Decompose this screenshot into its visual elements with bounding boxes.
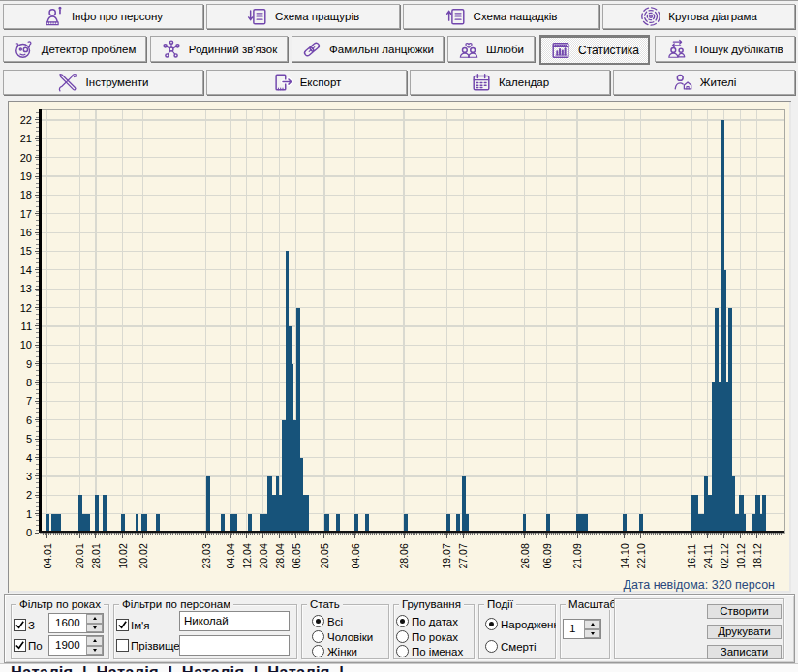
svg-text:13: 13 [20, 283, 32, 294]
svg-text:23.03: 23.03 [200, 543, 212, 568]
svg-text:6: 6 [26, 414, 32, 426]
svg-text:27.07: 27.07 [457, 543, 469, 568]
svg-text:24.11: 24.11 [702, 544, 714, 569]
svg-text:22.10: 22.10 [635, 543, 647, 568]
svg-text:04.06: 04.06 [350, 543, 361, 568]
svg-text:4: 4 [26, 452, 32, 464]
svg-text:5: 5 [26, 433, 32, 444]
svg-text:19: 19 [20, 170, 32, 182]
svg-text:20.05: 20.05 [319, 543, 330, 568]
svg-text:04.01: 04.01 [42, 543, 53, 568]
svg-text:28.06: 28.06 [398, 543, 410, 568]
svg-text:20.01: 20.01 [74, 543, 85, 568]
svg-text:7: 7 [26, 395, 32, 407]
svg-text:21: 21 [20, 133, 32, 144]
svg-text:10.12: 10.12 [735, 543, 747, 568]
svg-text:28.04: 28.04 [274, 543, 286, 568]
svg-text:14.10: 14.10 [619, 543, 630, 568]
svg-text:26.08: 26.08 [519, 543, 531, 568]
svg-text:16.11: 16.11 [686, 544, 697, 569]
svg-text:18.12: 18.12 [752, 543, 763, 568]
svg-text:9: 9 [26, 358, 32, 370]
svg-text:17: 17 [20, 208, 32, 220]
svg-text:2: 2 [26, 489, 32, 501]
svg-text:28.01: 28.01 [90, 543, 102, 568]
svg-text:02.12: 02.12 [719, 543, 730, 568]
svg-text:15: 15 [20, 245, 32, 257]
svg-text:11: 11 [21, 321, 32, 332]
svg-text:16: 16 [20, 227, 32, 238]
svg-text:3: 3 [26, 471, 32, 482]
svg-text:19.07: 19.07 [441, 543, 452, 568]
svg-text:22: 22 [20, 114, 32, 126]
svg-text:06.05: 06.05 [291, 543, 302, 568]
svg-text:12.04: 12.04 [241, 543, 253, 568]
svg-text:8: 8 [26, 377, 32, 388]
svg-text:18: 18 [20, 189, 32, 200]
svg-text:1: 1 [26, 508, 32, 520]
svg-text:20: 20 [20, 152, 32, 164]
svg-text:20.04: 20.04 [258, 543, 269, 568]
svg-text:12: 12 [20, 302, 32, 314]
svg-text:14: 14 [20, 264, 32, 276]
svg-text:21.09: 21.09 [571, 543, 583, 568]
svg-text:10.02: 10.02 [117, 543, 129, 568]
svg-text:Дата невідома: 320 персон: Дата невідома: 320 персон [624, 578, 776, 592]
svg-text:20.02: 20.02 [138, 543, 149, 568]
svg-text:06.09: 06.09 [541, 543, 553, 568]
svg-text:10: 10 [20, 339, 32, 351]
svg-text:04.04: 04.04 [225, 543, 236, 568]
svg-text:0: 0 [26, 527, 32, 538]
